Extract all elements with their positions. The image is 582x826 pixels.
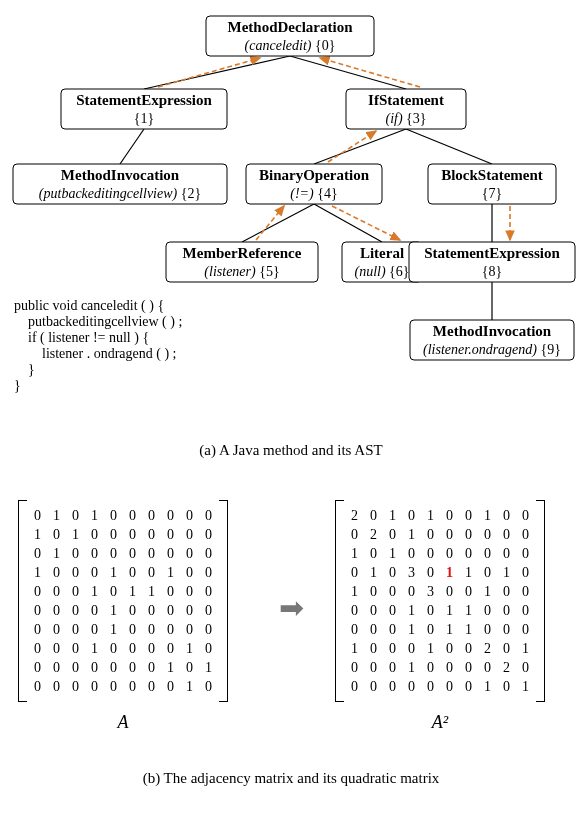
matrix-cell: 0 <box>402 506 421 525</box>
matrix-cell: 0 <box>123 620 142 639</box>
matrix-cell: 0 <box>497 639 516 658</box>
matrix-cell: 3 <box>402 563 421 582</box>
matrix-cell: 0 <box>383 620 402 639</box>
matrix-cell: 1 <box>478 506 497 525</box>
matrix-cell: 0 <box>421 620 440 639</box>
svg-text:BlockStatement: BlockStatement <box>441 167 543 183</box>
matrix-cell: 0 <box>364 620 383 639</box>
matrix-cell: 0 <box>516 582 535 601</box>
caption-b: (b) The adjacency matrix and its quadrat… <box>0 770 582 787</box>
svg-text:(null) {6}: (null) {6} <box>354 264 409 280</box>
svg-text:StatementExpression: StatementExpression <box>424 245 560 261</box>
matrix-cell: 0 <box>383 563 402 582</box>
svg-text:MethodDeclaration: MethodDeclaration <box>228 19 354 35</box>
matrix-cell: 0 <box>478 620 497 639</box>
ast-node-5: MemberReference(listener) {5} <box>166 242 318 282</box>
matrix-cell: 1 <box>364 563 383 582</box>
matrix-cell: 0 <box>47 563 66 582</box>
matrix-cell: 0 <box>402 639 421 658</box>
matrix-cell: 0 <box>180 620 199 639</box>
svg-line-13 <box>332 206 400 240</box>
matrix-cell: 0 <box>497 582 516 601</box>
svg-text:{1}: {1} <box>134 111 154 126</box>
matrix-cell: 0 <box>199 639 218 658</box>
matrix-cell: 0 <box>180 658 199 677</box>
matrix-cell: 0 <box>66 506 85 525</box>
svg-text:(putbackeditingcellview) {2}: (putbackeditingcellview) {2} <box>39 186 201 202</box>
matrix-cell: 0 <box>104 658 123 677</box>
matrix-cell: 2 <box>497 658 516 677</box>
matrix-cell: 0 <box>516 563 535 582</box>
matrix-cell: 0 <box>497 620 516 639</box>
matrix-cell: 0 <box>47 658 66 677</box>
matrix-cell: 0 <box>345 658 364 677</box>
matrix-a2: 2010100100020100000010100000000103011010… <box>335 500 545 702</box>
matrix-cell: 0 <box>402 677 421 696</box>
svg-text:(!=) {4}: (!=) {4} <box>290 186 337 202</box>
matrix-cell: 1 <box>402 601 421 620</box>
matrix-cell: 0 <box>497 601 516 620</box>
svg-text:MemberReference: MemberReference <box>183 245 302 261</box>
ast-node-4: BinaryOperation(!=) {4} <box>246 164 382 204</box>
matrix-cell: 0 <box>440 506 459 525</box>
matrix-cell: 1 <box>459 601 478 620</box>
matrix-cell: 1 <box>104 563 123 582</box>
matrix-cell: 1 <box>28 563 47 582</box>
matrix-cell: 0 <box>47 601 66 620</box>
matrix-cell: 0 <box>28 544 47 563</box>
matrix-cell: 1 <box>345 582 364 601</box>
matrix-cell: 0 <box>478 525 497 544</box>
matrix-a2-block: 2010100100020100000010100000000103011010… <box>335 500 545 733</box>
matrix-cell: 0 <box>421 544 440 563</box>
ast-node-9: MethodInvocation(listener.ondragend) {9} <box>410 320 574 360</box>
matrix-cell: 0 <box>440 544 459 563</box>
matrix-cell: 0 <box>345 601 364 620</box>
matrix-cell: 0 <box>383 525 402 544</box>
matrix-cell: 1 <box>516 677 535 696</box>
matrix-cell: 1 <box>440 563 459 582</box>
svg-line-2 <box>120 129 144 164</box>
svg-line-11 <box>328 131 376 162</box>
matrix-cell: 0 <box>123 525 142 544</box>
svg-text:StatementExpression: StatementExpression <box>76 92 212 108</box>
matrix-cell: 0 <box>104 506 123 525</box>
matrix-cell: 1 <box>345 544 364 563</box>
ast-node-8: StatementExpression{8} <box>409 242 575 282</box>
matrix-cell: 0 <box>497 525 516 544</box>
matrix-cell: 0 <box>199 677 218 696</box>
matrix-cell: 0 <box>421 601 440 620</box>
matrix-cell: 1 <box>402 620 421 639</box>
matrix-cell: 0 <box>180 525 199 544</box>
matrix-cell: 1 <box>421 639 440 658</box>
matrix-cell: 0 <box>440 639 459 658</box>
ast-node-3: IfStatement(if) {3} <box>346 89 466 129</box>
matrix-cell: 0 <box>459 658 478 677</box>
matrix-cell: 1 <box>47 506 66 525</box>
matrix-a-block: 0101000000101000000001000000001000100100… <box>18 500 228 733</box>
svg-line-10 <box>320 58 420 87</box>
svg-text:IfStatement: IfStatement <box>368 92 444 108</box>
matrix-cell: 0 <box>161 601 180 620</box>
matrix-cell: 0 <box>28 582 47 601</box>
matrix-cell: 0 <box>199 620 218 639</box>
matrix-cell: 1 <box>440 601 459 620</box>
svg-line-4 <box>406 129 492 164</box>
matrix-cell: 0 <box>199 544 218 563</box>
matrix-cell: 0 <box>199 601 218 620</box>
matrix-cell: 1 <box>345 639 364 658</box>
matrix-cell: 0 <box>161 525 180 544</box>
matrix-cell: 0 <box>459 544 478 563</box>
matrix-cell: 0 <box>459 582 478 601</box>
matrix-cell: 0 <box>66 544 85 563</box>
matrix-cell: 0 <box>142 601 161 620</box>
matrix-cell: 1 <box>161 658 180 677</box>
matrix-cell: 0 <box>28 620 47 639</box>
matrix-cell: 0 <box>516 525 535 544</box>
svg-text:(canceledit) {0}: (canceledit) {0} <box>245 38 336 54</box>
matrix-cell: 1 <box>28 525 47 544</box>
matrix-cell: 0 <box>383 582 402 601</box>
matrix-cell: 0 <box>66 582 85 601</box>
matrix-cell: 0 <box>66 601 85 620</box>
matrix-cell: 0 <box>123 639 142 658</box>
matrix-cell: 0 <box>142 658 161 677</box>
